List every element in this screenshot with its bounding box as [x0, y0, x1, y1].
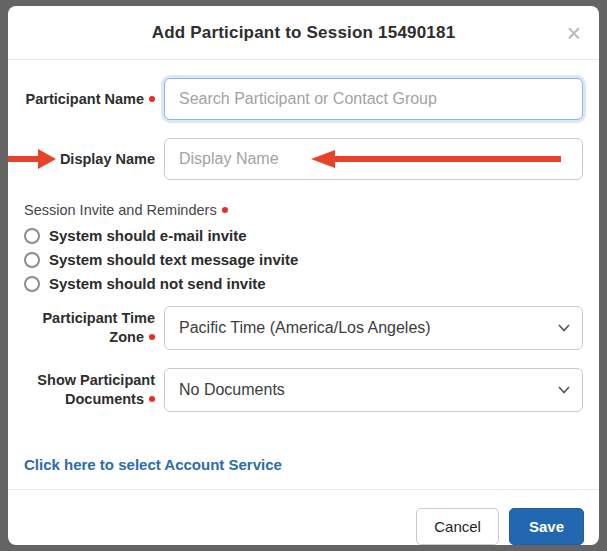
- red-arrow-pointing-right-icon: [8, 148, 56, 170]
- participant-name-label: Participant Name: [24, 90, 164, 109]
- close-icon[interactable]: ×: [562, 20, 585, 45]
- time-zone-label: Participant Time Zone: [24, 309, 164, 347]
- chevron-down-icon: [558, 386, 570, 394]
- radio-option-email-invite[interactable]: System should e-mail invite: [24, 228, 583, 244]
- display-name-input[interactable]: [164, 138, 583, 180]
- time-zone-label-line1: Participant Time: [42, 310, 155, 326]
- participant-name-input[interactable]: [164, 78, 583, 120]
- modal-body: Participant Name Display Name Sessi: [8, 60, 599, 489]
- radio-unchecked-icon[interactable]: [24, 252, 40, 268]
- radio-option-no-invite[interactable]: System should not send invite: [24, 276, 583, 292]
- required-dot: [222, 207, 228, 213]
- time-zone-select[interactable]: Pacific Time (America/Los Angeles): [164, 306, 583, 350]
- display-name-row: Display Name: [24, 138, 583, 180]
- session-invite-label-text: Session Invite and Reminders: [24, 202, 217, 218]
- display-name-label-text: Display Name: [60, 151, 155, 167]
- add-participant-modal: Add Participant to Session 15490181 × Pa…: [8, 6, 599, 545]
- radio-unchecked-icon[interactable]: [24, 228, 40, 244]
- radio-option-label[interactable]: System should not send invite: [49, 276, 266, 292]
- participant-name-row: Participant Name: [24, 78, 583, 120]
- time-zone-selected-value: Pacific Time (America/Los Angeles): [179, 319, 431, 337]
- radio-option-text-invite[interactable]: System should text message invite: [24, 252, 583, 268]
- modal-footer: Cancel Save: [8, 489, 599, 551]
- time-zone-row: Participant Time Zone Pacific Time (Amer…: [24, 306, 583, 350]
- documents-selected-value: No Documents: [179, 381, 285, 399]
- required-dot: [149, 396, 155, 402]
- documents-label-line1: Show Participant: [37, 372, 155, 388]
- cancel-button[interactable]: Cancel: [416, 508, 499, 545]
- session-invite-radio-group: System should e-mail invite System shoul…: [24, 228, 583, 292]
- participant-name-label-text: Participant Name: [26, 91, 144, 107]
- save-button[interactable]: Save: [509, 508, 584, 545]
- modal-title: Add Participant to Session 15490181: [152, 23, 456, 43]
- session-invite-label: Session Invite and Reminders: [24, 202, 583, 218]
- documents-row: Show Participant Documents No Documents: [24, 368, 583, 412]
- radio-option-label[interactable]: System should text message invite: [49, 252, 298, 268]
- chevron-down-icon: [558, 324, 570, 332]
- documents-label: Show Participant Documents: [24, 371, 164, 409]
- account-service-link[interactable]: Click here to select Account Service: [24, 456, 282, 473]
- participant-name-control: [164, 78, 583, 120]
- time-zone-label-line2: Zone: [109, 329, 144, 345]
- required-dot: [149, 96, 155, 102]
- modal-header: Add Participant to Session 15490181 ×: [8, 6, 599, 60]
- radio-option-label[interactable]: System should e-mail invite: [49, 228, 247, 244]
- display-name-control: [164, 138, 583, 180]
- documents-label-line2: Documents: [65, 391, 144, 407]
- time-zone-control: Pacific Time (America/Los Angeles): [164, 306, 583, 350]
- required-dot: [149, 334, 155, 340]
- documents-control: No Documents: [164, 368, 583, 412]
- documents-select[interactable]: No Documents: [164, 368, 583, 412]
- radio-unchecked-icon[interactable]: [24, 276, 40, 292]
